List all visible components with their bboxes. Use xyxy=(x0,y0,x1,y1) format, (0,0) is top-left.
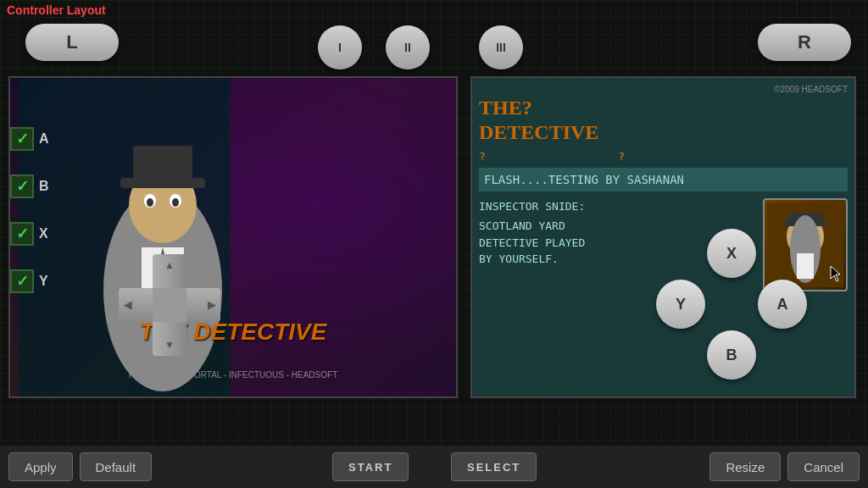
right-screen-question-marks: ? ? xyxy=(479,150,848,163)
checkbox-a-label: A xyxy=(39,131,49,147)
dpad-right-arrow: ▶ xyxy=(208,299,215,311)
apply-button[interactable]: Apply xyxy=(8,452,73,481)
copyright-text: ©2009 HEADSOFT xyxy=(479,85,848,94)
checkbox-b-check: ✓ xyxy=(16,177,29,196)
face-buttons: X Y A B xyxy=(656,229,809,381)
face-button-x[interactable]: X xyxy=(707,229,756,278)
checkbox-y-check: ✓ xyxy=(16,272,29,291)
checkbox-y-label: Y xyxy=(39,274,48,289)
checkbox-b-label: B xyxy=(39,179,49,194)
r-button[interactable]: R xyxy=(758,24,851,61)
dialog-speaker: INSPECTOR SNIDE: xyxy=(479,198,756,215)
game-title: THE DETECTIVE xyxy=(19,319,448,346)
left-game-screen: THE DETECTIVE RETROBYTES PORTAL - INFECT… xyxy=(8,76,458,398)
dpad-left-arrow: ◀ xyxy=(124,299,131,311)
detective-illustration xyxy=(10,78,458,398)
button-3[interactable]: III xyxy=(479,25,523,69)
checkbox-a-box[interactable]: ✓ xyxy=(10,127,34,151)
checkbox-b-box[interactable]: ✓ xyxy=(10,175,34,198)
game-subtitle: RETROBYTES PORTAL - INFECTUOUS - HEADSOF… xyxy=(10,370,456,380)
face-button-y[interactable]: Y xyxy=(656,280,705,329)
bottom-bar: Apply Default START SELECT Resize Cancel xyxy=(0,446,868,488)
svg-point-9 xyxy=(147,198,153,207)
checkbox-x-box[interactable]: ✓ xyxy=(10,222,34,246)
start-button[interactable]: START xyxy=(332,452,409,481)
cancel-button[interactable]: Cancel xyxy=(787,452,860,481)
default-button[interactable]: Default xyxy=(80,452,153,481)
dpad-down-arrow: ▼ xyxy=(164,339,175,351)
dpad[interactable]: ◀ ▶ ▲ ▼ xyxy=(119,254,220,356)
right-screen-title: THE?DETECTIVE xyxy=(479,96,801,145)
button-1[interactable]: I xyxy=(318,25,362,69)
checkbox-a[interactable]: ✓ A xyxy=(10,127,49,151)
face-button-a[interactable]: A xyxy=(758,280,807,329)
checkbox-x[interactable]: ✓ X xyxy=(10,222,49,246)
button-2[interactable]: II xyxy=(386,25,430,69)
controller-area: L R I II III xyxy=(0,0,868,446)
checkbox-panel: ✓ A ✓ B ✓ X ✓ Y xyxy=(10,127,49,293)
dpad-up-arrow: ▲ xyxy=(164,259,175,271)
page-title: Controller Layout xyxy=(7,3,106,17)
detective-background xyxy=(10,78,456,396)
checkbox-x-label: X xyxy=(39,226,48,241)
face-button-b[interactable]: B xyxy=(707,330,756,380)
checkbox-a-check: ✓ xyxy=(16,130,29,148)
dpad-center xyxy=(153,288,186,322)
svg-rect-6 xyxy=(133,146,192,181)
checkbox-b[interactable]: ✓ B xyxy=(10,175,49,198)
checkbox-x-check: ✓ xyxy=(16,225,29,243)
resize-button[interactable]: Resize xyxy=(709,452,781,481)
checkbox-y-box[interactable]: ✓ xyxy=(10,269,34,293)
bottom-right-buttons: Resize Cancel xyxy=(709,452,860,481)
svg-rect-0 xyxy=(231,78,458,398)
l-button[interactable]: L xyxy=(25,24,119,61)
flash-text: FLASH....TESTING BY SASHANAN xyxy=(479,168,848,191)
svg-point-10 xyxy=(172,198,179,207)
checkbox-y[interactable]: ✓ Y xyxy=(10,269,49,293)
select-button[interactable]: SELECT xyxy=(451,452,537,481)
